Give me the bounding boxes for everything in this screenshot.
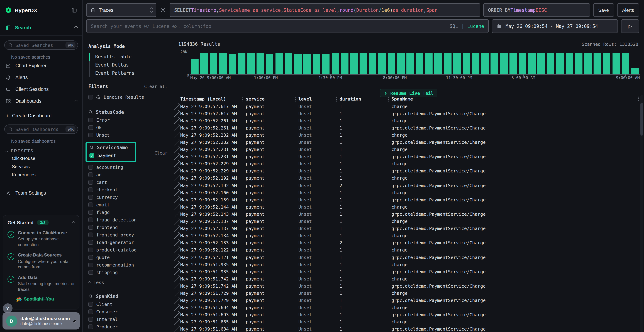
filter-option[interactable]: checkout (88, 187, 168, 192)
clear-servicename-button[interactable]: Clear (154, 150, 168, 156)
show-less-toggle[interactable]: Less (88, 280, 168, 285)
table-row[interactable]: May 27 9:09:52.261 AMpaymentUnset1charge (172, 117, 644, 124)
filter-option[interactable]: Producer (88, 324, 168, 329)
table-row[interactable]: May 27 9:09:52.159 AMpaymentUnset1grpc.o… (172, 196, 644, 203)
source-select[interactable]: Traces (86, 3, 156, 17)
create-dashboard-button[interactable]: + Create Dashboard (0, 108, 82, 120)
language-toggle-sql[interactable]: SQL (450, 24, 458, 29)
filter-option[interactable]: accounting (88, 164, 168, 170)
table-row[interactable]: May 27 9:09:52.122 AMpaymentUnset1charge (172, 246, 644, 254)
clear-all-filters-button[interactable]: Clear all (144, 84, 168, 89)
table-row[interactable]: May 27 9:09:51.742 AMpaymentUnset1grpc.o… (172, 282, 644, 290)
analysis-mode-tab[interactable]: Event Patterns (89, 69, 168, 77)
table-row[interactable]: May 27 9:09:52.229 AMpaymentUnset1charge (172, 160, 644, 168)
search-icon[interactable] (88, 294, 93, 299)
filter-option[interactable]: ad (88, 172, 168, 177)
table-row[interactable]: May 27 9:09:51.742 AMpaymentUnset1charge (172, 275, 644, 282)
table-row[interactable]: May 27 9:09:52.232 AMpaymentUnset1grpc.o… (172, 139, 644, 146)
column-header-timestamp[interactable]: Timestamp (Local) (180, 96, 246, 102)
filter-option[interactable]: fraud-detection (88, 217, 168, 222)
filter-option[interactable]: quote (88, 255, 168, 260)
get-started-header[interactable]: Get Started 3/3 (8, 220, 75, 226)
table-row[interactable]: May 27 9:09:51.693 AMpaymentUnset1grpc.o… (172, 311, 644, 318)
filter-option[interactable]: Client (88, 302, 168, 306)
table-row[interactable]: May 27 9:09:52.121 AMpaymentUnset1grpc.o… (172, 254, 644, 261)
filter-option[interactable]: frontend-proxy (88, 232, 168, 237)
column-header-level[interactable]: level (298, 96, 340, 102)
sidebar-item-team-settings[interactable]: Team Settings (0, 187, 82, 199)
sql-select-input[interactable]: SELECT Timestamp, ServiceName as service… (170, 3, 480, 17)
sidebar-item-alerts[interactable]: Alerts (0, 72, 82, 83)
language-toggle-lucene[interactable]: Lucene (467, 24, 484, 29)
table-row[interactable]: May 27 9:09:52.192 AMpaymentUnset1charge (172, 174, 644, 182)
table-row[interactable]: May 27 9:09:51.684 AMpaymentUnset1grpc.o… (172, 326, 644, 332)
filter-option[interactable]: load-generator (88, 240, 168, 245)
table-row[interactable]: May 27 9:09:52.134 AMpaymentUnset1charge (172, 232, 644, 239)
filter-option[interactable]: recommendation (88, 262, 168, 267)
column-header-service[interactable]: service (246, 96, 298, 102)
search-icon[interactable] (90, 145, 94, 150)
scrollbar-thumb[interactable] (640, 103, 643, 136)
saved-dashboards-input[interactable]: Saved Dashboards ⌘K (4, 124, 78, 134)
filter-option[interactable]: currency (88, 194, 168, 200)
table-row[interactable]: May 27 9:09:52.137 AMpaymentUnset1charge (172, 218, 644, 225)
table-row[interactable]: May 27 9:09:51.729 AMpaymentUnset1grpc.o… (172, 297, 644, 304)
table-row[interactable]: May 27 9:09:52.143 AMpaymentUnset1grpc.o… (172, 210, 644, 218)
table-row[interactable]: May 27 9:09:52.192 AMpaymentUnset2grpc.o… (172, 182, 644, 189)
table-row[interactable]: May 27 9:09:52.231 AMpaymentUnset1grpc.o… (172, 153, 644, 160)
get-started-step[interactable]: Connect to ClickHouse Set up your databa… (8, 230, 75, 248)
saved-searches-input[interactable]: Saved Searches ⌘K (4, 40, 78, 50)
table-row[interactable]: May 27 9:09:52.144 AMpaymentUnset1charge (172, 204, 644, 210)
column-header-spanname[interactable]: SpanName (392, 96, 644, 102)
sidebar-item-dashboards[interactable]: Dashboards (0, 95, 82, 107)
sidebar-item-services[interactable]: Services (0, 161, 82, 170)
date-range-picker[interactable]: May 26 09:09:54 - May 27 09:09:54 (492, 19, 618, 33)
alerts-button[interactable]: Alerts (617, 3, 639, 17)
filter-option[interactable]: frontend (88, 225, 168, 230)
user-menu[interactable]: D dale@clickhouse.com dale@clickhouse.co… (2, 312, 80, 330)
collapse-sidebar-icon[interactable] (71, 7, 77, 13)
table-row[interactable]: May 27 9:09:52.232 AMpaymentUnset1charge (172, 132, 644, 139)
analysis-mode-tab[interactable]: Results Table (89, 52, 168, 61)
filter-option[interactable]: cart (88, 180, 168, 184)
sidebar-item-search[interactable]: Search (0, 20, 82, 36)
order-by-input[interactable]: ORDER BY Timestamp DESC (483, 3, 590, 17)
brand[interactable]: HyperDX (5, 6, 71, 14)
get-started-step[interactable]: Create Data Sources Configure where your… (8, 252, 75, 270)
table-row[interactable]: May 27 9:09:52.617 AMpaymentUnset1charge (172, 103, 644, 110)
filter-option-selected[interactable]: payment (90, 153, 132, 158)
table-row[interactable]: May 27 9:09:52.137 AMpaymentUnset1grpc.o… (172, 225, 644, 232)
column-menu-icon[interactable] (638, 96, 639, 101)
filter-option[interactable]: shipping (88, 270, 168, 275)
search-icon[interactable] (88, 110, 93, 114)
filter-option[interactable]: Unset (88, 132, 168, 138)
get-started-step[interactable]: Add Data Start sending logs, metrics, or… (8, 275, 75, 292)
sidebar-item-clickhouse[interactable]: ClickHouse (0, 153, 82, 161)
denoise-results-checkbox[interactable]: Denoise Results (88, 94, 168, 101)
table-row[interactable]: May 27 9:09:52.229 AMpaymentUnset1grpc.o… (172, 168, 644, 174)
table-row[interactable]: May 27 9:09:51.694 AMpaymentUnset1charge (172, 304, 644, 311)
save-button[interactable]: Save (593, 3, 614, 17)
live-tail-play-button[interactable]: ▷ (621, 19, 639, 33)
filter-option[interactable]: email (88, 202, 168, 207)
analysis-mode-tab[interactable]: Event Deltas (89, 61, 168, 69)
table-row[interactable]: May 27 9:09:51.935 AMpaymentUnset1charge (172, 261, 644, 268)
table-row[interactable]: May 27 9:09:51.935 AMpaymentUnset1grpc.o… (172, 268, 644, 275)
help-button[interactable]: ? (3, 304, 12, 313)
source-settings-gear-icon[interactable] (160, 7, 166, 13)
search-input[interactable]: Search your events w/ Lucene ex. column:… (86, 19, 489, 33)
filter-option[interactable]: Internal (88, 316, 168, 322)
table-row[interactable]: May 27 9:09:52.133 AMpaymentUnset2grpc.o… (172, 239, 644, 246)
table-row[interactable]: May 27 9:09:52.231 AMpaymentUnset1charge (172, 146, 644, 153)
table-row[interactable]: May 27 9:09:52.261 AMpaymentUnset1grpc.o… (172, 124, 644, 132)
filter-option[interactable]: Error (88, 117, 168, 122)
filter-option[interactable]: flagd (88, 210, 168, 215)
table-row[interactable]: May 27 9:09:51.685 AMpaymentUnset1charge (172, 318, 644, 326)
sidebar-item-client-sessions[interactable]: Client Sessions (0, 83, 82, 95)
filter-option[interactable]: Consumer (88, 309, 168, 314)
column-header-duration[interactable]: duration (340, 96, 392, 102)
table-row[interactable]: May 27 9:09:52.160 AMpaymentUnset1charge (172, 189, 644, 196)
filter-option[interactable]: product-catalog (88, 247, 168, 252)
sidebar-item-chart-explorer[interactable]: Chart Explorer (0, 60, 82, 72)
table-row[interactable]: May 27 9:09:51.729 AMpaymentUnset1charge (172, 290, 644, 297)
